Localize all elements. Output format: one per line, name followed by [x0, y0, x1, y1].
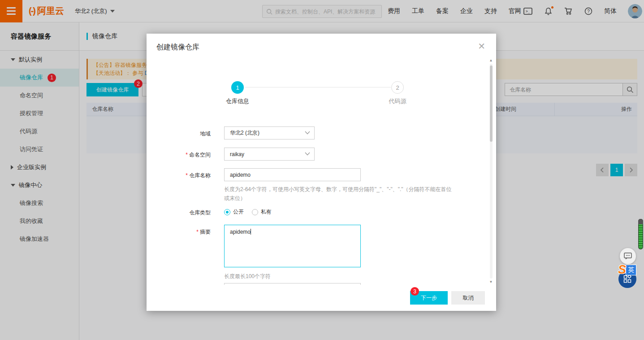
- radio-private[interactable]: 私有: [252, 208, 272, 216]
- modal-scrollbar[interactable]: ▲ ▼: [489, 57, 493, 285]
- chevron-down-icon: [305, 152, 310, 156]
- step-connector-line: [245, 87, 391, 87]
- repo-name-input[interactable]: [224, 168, 361, 181]
- form-row-region: 地域 华北2 (北京): [147, 126, 496, 139]
- form-row-repo-name-hint: 长度为2-64个字符，可使用小写英文字母、数字，可使用分隔符"_"、"-"、".…: [147, 185, 496, 203]
- page-scrollbar-thumb[interactable]: [638, 219, 643, 249]
- form-row-summary: *摘要 apidemo: [147, 225, 496, 267]
- translate-language-badge[interactable]: 英: [626, 265, 636, 275]
- next-step-button[interactable]: 下一步 3: [410, 291, 448, 305]
- step-2-label: 代码源: [371, 97, 424, 105]
- scroll-up-icon[interactable]: ▲: [489, 58, 493, 62]
- summary-textarea[interactable]: apidemo: [224, 225, 361, 267]
- close-icon[interactable]: ✕: [478, 42, 485, 51]
- chat-support-button[interactable]: [620, 248, 636, 264]
- region-select-value: 华北2 (北京): [230, 129, 259, 137]
- radio-unselected-icon: [252, 209, 258, 215]
- repo-name-hint: 长度为2-64个字符，可使用小写英文字母、数字，可使用分隔符"_"、"-"、".…: [224, 185, 455, 203]
- summary-text: apidemo: [230, 229, 251, 235]
- text-cursor: [251, 229, 251, 235]
- modal-body: 1 仓库信息 2 代码源 地域 华北2 (北京) *命名空间: [147, 57, 496, 285]
- chevron-down-icon: [305, 131, 310, 135]
- namespace-field-label: *命名空间: [147, 148, 211, 161]
- required-asterisk: *: [186, 152, 188, 158]
- scrollbar-thumb[interactable]: [490, 65, 493, 142]
- region-field-label: 地域: [147, 126, 211, 139]
- chat-bubble-icon: [624, 253, 632, 260]
- translate-extension-logo[interactable]: S: [618, 263, 626, 277]
- scroll-down-icon[interactable]: ▼: [489, 280, 493, 284]
- radio-private-label: 私有: [261, 208, 272, 216]
- form-row-repo-name: *仓库名称: [147, 168, 496, 181]
- required-asterisk: *: [196, 229, 199, 235]
- radio-public-label: 公开: [233, 208, 244, 216]
- step-1-label: 仓库信息: [211, 97, 264, 105]
- cancel-button[interactable]: 取消: [451, 291, 485, 305]
- summary-field-label: *摘要: [147, 225, 211, 267]
- form-row-repo-type: 仓库类型 公开 私有: [147, 205, 496, 217]
- region-select[interactable]: 华北2 (北京): [224, 126, 315, 139]
- namespace-select[interactable]: raikay: [224, 148, 315, 161]
- step-badge-3: 3: [411, 287, 419, 296]
- form-row-summary-hint: 长度最长100个字符: [147, 272, 496, 281]
- namespace-select-value: raikay: [230, 151, 244, 157]
- repo-name-field-label: *仓库名称: [147, 168, 211, 181]
- required-asterisk: *: [186, 172, 188, 179]
- step-indicator: 1 仓库信息 2 代码源: [147, 69, 496, 105]
- summary-hint: 长度最长100个字符: [224, 272, 455, 281]
- modal-footer: 下一步 3 取消: [147, 285, 496, 311]
- form-row-namespace: *命名空间 raikay: [147, 148, 496, 161]
- step-2-circle: 2: [391, 81, 404, 94]
- radio-public[interactable]: 公开: [224, 208, 244, 216]
- next-step-label: 下一步: [421, 295, 437, 301]
- modal-title: 创建镜像仓库: [156, 43, 199, 52]
- repo-type-field-label: 仓库类型: [147, 205, 211, 217]
- screen: (-) 阿里云 华北2 (北京) 费用 工单 备案 企业 支持 官网 >_: [0, 0, 644, 340]
- create-repo-modal: 创建镜像仓库 ✕ 1 仓库信息 2 代码源 地域 华北2 (北京): [147, 34, 496, 311]
- step-1-circle: 1: [231, 81, 244, 94]
- radio-selected-icon: [224, 209, 230, 215]
